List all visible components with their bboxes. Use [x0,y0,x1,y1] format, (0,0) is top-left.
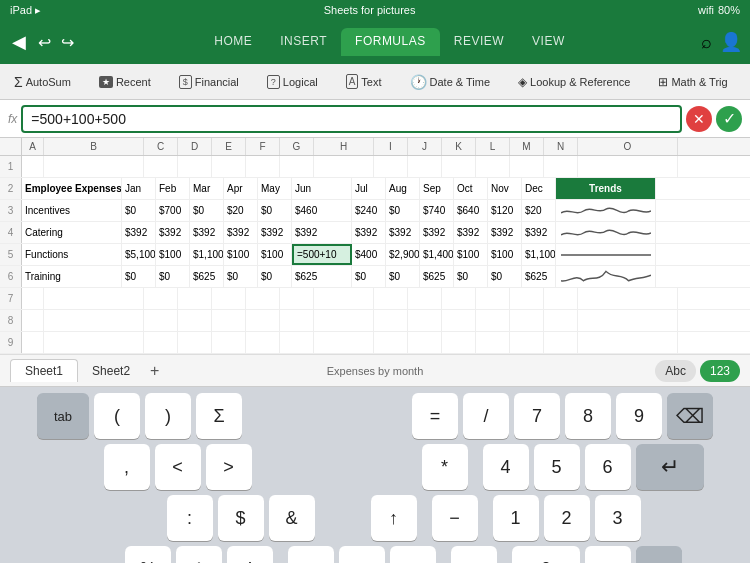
cell[interactable]: $0 [258,266,292,287]
cell-empty[interactable] [246,310,280,331]
cell[interactable]: $2,900 [386,244,420,265]
sheet-tab-1[interactable]: Sheet1 [10,359,78,382]
cell[interactable]: $392 [488,222,522,243]
cell-empty[interactable] [374,156,408,177]
cell[interactable]: $625 [292,266,352,287]
cell[interactable] [556,266,656,287]
cell[interactable]: $700 [156,200,190,221]
cell-empty[interactable] [476,310,510,331]
keyboard-toggle-key[interactable]: ⌨ [636,546,682,563]
cell[interactable]: Apr [224,178,258,199]
key-1[interactable]: 1 [493,495,539,541]
cell-empty[interactable] [44,310,144,331]
cell-empty[interactable] [408,310,442,331]
key-5[interactable]: 5 [534,444,580,490]
key-8[interactable]: 8 [565,393,611,439]
cell-empty[interactable] [442,288,476,309]
cell[interactable]: $0 [258,200,292,221]
tab-review[interactable]: REVIEW [440,28,518,56]
cell[interactable]: $0 [386,200,420,221]
cell-empty[interactable] [212,310,246,331]
cell[interactable]: $240 [352,200,386,221]
cell-empty[interactable] [314,310,374,331]
tab-view[interactable]: VIEW [518,28,579,56]
123-mode-button[interactable]: 123 [700,360,740,382]
cell[interactable]: $740 [420,200,454,221]
cell-empty[interactable] [374,310,408,331]
cell-empty[interactable] [246,156,280,177]
formula-input[interactable] [21,105,682,133]
caret-key[interactable]: ^ [176,546,222,563]
cell-empty[interactable] [544,310,578,331]
cell[interactable]: $0 [122,266,156,287]
tab-key[interactable]: tab [37,393,89,439]
cell[interactable]: Mar [190,178,224,199]
cell-empty[interactable] [144,156,178,177]
cell-empty[interactable] [178,156,212,177]
cell-empty[interactable] [408,288,442,309]
cell[interactable]: Feb [156,178,190,199]
plus-key[interactable]: + [451,546,497,563]
cell-empty[interactable] [178,332,212,353]
cell[interactable]: $100 [156,244,190,265]
key-0[interactable]: 0 [512,546,580,563]
cell[interactable]: $392 [386,222,420,243]
cell-empty[interactable] [44,156,144,177]
percent-key[interactable]: % [125,546,171,563]
cell[interactable]: May [258,178,292,199]
cell-empty[interactable] [510,310,544,331]
add-sheet-icon[interactable]: + [144,360,165,382]
slash-key[interactable]: / [463,393,509,439]
cell[interactable]: $100 [258,244,292,265]
mathtrig-button[interactable]: ⊞ Math & Trig [650,71,735,93]
cell-empty[interactable] [314,288,374,309]
cell[interactable]: Aug [386,178,420,199]
cell[interactable]: $0 [488,266,522,287]
ampersand-key[interactable]: & [269,495,315,541]
datetime-button[interactable]: 🕐 Date & Time [402,70,499,94]
cell-empty[interactable] [510,332,544,353]
recent-button[interactable]: ★ Recent [91,72,159,92]
comma-key[interactable]: , [104,444,150,490]
cell[interactable]: $100 [454,244,488,265]
cell[interactable]: $1,100 [190,244,224,265]
back-icon[interactable]: ◀ [8,27,30,57]
return-key[interactable]: ↵ [636,444,704,490]
abc-mode-button[interactable]: Abc [655,360,696,382]
undo-icon[interactable]: ↩ [34,29,55,56]
backspace-key[interactable]: ⌫ [667,393,713,439]
cell-empty[interactable] [22,332,44,353]
greater-than-key[interactable]: > [206,444,252,490]
text-button[interactable]: A Text [338,70,390,93]
account-icon[interactable]: 👤 [720,31,742,53]
cell-empty[interactable] [544,288,578,309]
cell-empty[interactable] [374,288,408,309]
less-than-key[interactable]: < [155,444,201,490]
cell[interactable]: $0 [156,266,190,287]
financial-button[interactable]: $ Financial [171,71,247,93]
cell-empty[interactable] [280,332,314,353]
cell-empty[interactable] [178,310,212,331]
cell[interactable]: $392 [454,222,488,243]
cell-empty[interactable] [544,332,578,353]
cell-empty[interactable] [510,288,544,309]
cell[interactable]: $0 [386,266,420,287]
cell[interactable]: $20 [224,200,258,221]
cell[interactable]: Sep [420,178,454,199]
cell-empty[interactable] [280,288,314,309]
cell[interactable]: $392 [420,222,454,243]
cell[interactable]: Jul [352,178,386,199]
down-arrow-key[interactable]: ↓ [339,546,385,563]
key-7[interactable]: 7 [514,393,560,439]
cell[interactable]: Nov [488,178,522,199]
cell-empty[interactable] [578,310,678,331]
cell-empty[interactable] [44,288,144,309]
cell[interactable]: $1,400 [420,244,454,265]
dollar-key[interactable]: $ [218,495,264,541]
cell[interactable]: Catering [22,222,122,243]
cell[interactable] [556,222,656,243]
cell[interactable]: $625 [190,266,224,287]
cell[interactable]: $625 [522,266,556,287]
cell[interactable]: $392 [522,222,556,243]
cell-empty[interactable] [442,332,476,353]
